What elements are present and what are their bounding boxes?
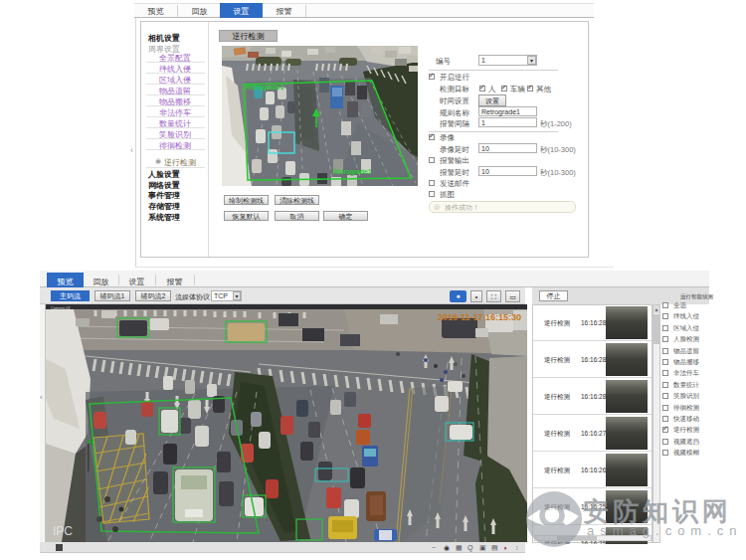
svg-text:Camera 01: Camera 01 — [51, 305, 72, 310]
svg-text:IPC: IPC — [53, 524, 73, 538]
svg-text:Retrograde1: Retrograde1 — [246, 84, 284, 92]
svg-text:2016-11-17 16:15:30: 2016-11-17 16:15:30 — [438, 312, 521, 322]
svg-text:Retrograde1: Retrograde1 — [333, 168, 372, 176]
